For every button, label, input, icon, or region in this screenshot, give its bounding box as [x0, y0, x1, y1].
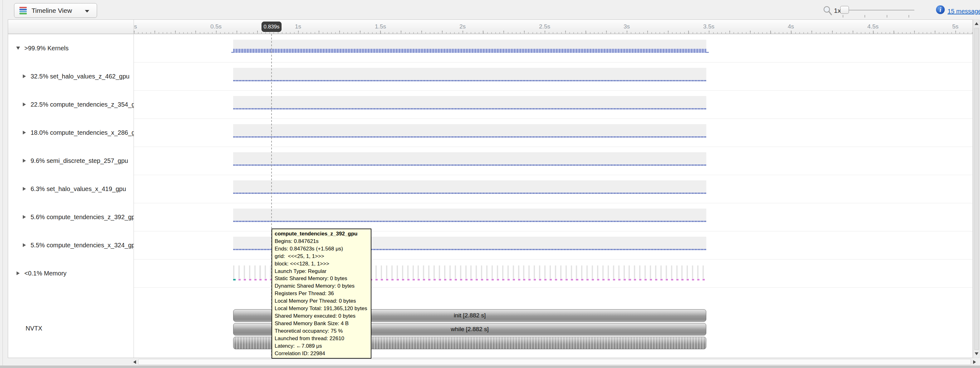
tree-row-memory[interactable]: <0.1% Memory [8, 259, 140, 287]
ruler-label: 3s [624, 23, 630, 30]
tree-row-compute-tendencies-x-324[interactable]: 5.5% compute_tendencies_x_324_gpu [8, 231, 147, 259]
vertical-scrollbar-thumb[interactable] [974, 28, 979, 350]
ruler-label: 0.5s [210, 23, 221, 30]
search-zoom-icon [823, 5, 833, 16]
horizontal-scrollbar-thumb[interactable] [138, 359, 971, 365]
tooltip-line: Static Shared Memory: 0 bytes [275, 275, 368, 282]
row-separator [134, 287, 972, 288]
tree-row-compute-tendencies-x-286[interactable]: 18.0% compute_tendencies_x_286_gpu [8, 118, 147, 147]
kernel-event-line[interactable] [233, 80, 706, 81]
scroll-left-icon[interactable] [133, 360, 136, 364]
tree-row-label: 5.6% compute_tendencies_z_392_gpu [30, 214, 138, 221]
kernel-row-band[interactable] [233, 124, 706, 137]
row-tree-pane: >99.9% Kernels 32.5% set_halo_values_z_4… [8, 34, 134, 358]
timeline-ruler: 0s 0.5s 1s 1.5s 2s 2.5s 3s 3.5s 4s 4.5s … [8, 20, 972, 34]
tree-row-label: 22.5% compute_tendencies_z_354_gpu [30, 101, 142, 108]
tooltip-line: block: <<<128, 1, 1>>> [275, 260, 368, 268]
vertical-scrollbar[interactable] [973, 19, 979, 358]
tree-row-compute-tendencies-z-354[interactable]: 22.5% compute_tendencies_z_354_gpu [8, 90, 147, 118]
chevron-down-icon[interactable] [15, 46, 21, 50]
kernel-row-band[interactable] [233, 181, 706, 194]
kernel-row-band[interactable] [233, 96, 706, 109]
tree-row-set-halo-values-z[interactable]: 32.5% set_halo_values_z_462_gpu [8, 62, 147, 90]
view-selector-dropdown[interactable]: Timeline View [14, 3, 97, 18]
ruler-label: 3.5s [703, 23, 714, 30]
chevron-down-icon [85, 10, 89, 13]
chevron-right-icon[interactable] [21, 187, 27, 191]
timeline-canvas[interactable]: init [2.882 s] while [2.882 s] [134, 34, 972, 358]
zoom-level-label: 1x [834, 7, 841, 14]
kernel-event-line[interactable] [233, 136, 706, 138]
window-bottom-edge [0, 365, 980, 368]
kernel-row-band[interactable] [233, 208, 706, 222]
row-separator [134, 118, 972, 119]
ruler-label: 5s [952, 23, 958, 30]
tooltip-line: Ends: 0.847623s (+1.568 μs) [275, 245, 368, 253]
kernels-event-stripes[interactable] [233, 49, 706, 53]
tooltip-line: Launch Type: Regular [275, 268, 368, 275]
tooltip-line: Shared Memory Bank Size: 4 B [275, 320, 368, 327]
kernel-event-line[interactable] [233, 221, 706, 222]
zoom-slider-tick [908, 15, 909, 18]
chevron-right-icon[interactable] [21, 243, 27, 247]
cursor-time-badge: 0.839s [261, 22, 282, 32]
ruler-label: 1.5s [375, 23, 386, 30]
chevron-right-icon[interactable] [21, 102, 27, 106]
tooltip-line: Begins: 0.847621s [275, 238, 368, 245]
tree-row-label: 32.5% set_halo_values_z_462_gpu [30, 73, 129, 80]
kernel-row-band[interactable] [233, 68, 706, 81]
scroll-up-icon[interactable] [975, 22, 978, 25]
tree-row-label: 6.3% set_halo_values_x_419_gpu [30, 186, 126, 193]
ruler-label: 4.5s [867, 23, 878, 30]
chevron-right-icon[interactable] [21, 74, 27, 78]
view-selector-label: Timeline View [32, 7, 72, 14]
kernel-event-line[interactable] [233, 165, 706, 166]
tree-row-semi-discrete-step[interactable]: 9.6% semi_discrete_step_257_gpu [8, 147, 147, 175]
row-separator [134, 62, 972, 62]
row-separator [134, 259, 972, 259]
tooltip-line: Shared Memory executed: 0 bytes [275, 312, 368, 320]
tree-row-compute-tendencies-z-392[interactable]: 5.6% compute_tendencies_z_392_gpu [8, 203, 147, 231]
tree-row-kernels[interactable]: >99.9% Kernels [8, 34, 140, 62]
tooltip-line: grid: <<<25, 1, 1>>> [275, 253, 368, 260]
kernel-event-line[interactable] [233, 193, 706, 194]
ruler-scale-area[interactable]: 0s 0.5s 1s 1.5s 2s 2.5s 3s 3.5s 4s 4.5s … [134, 20, 972, 34]
tooltip-line: Latency: ←7.089 μs [275, 342, 368, 350]
ruler-label: 0s [134, 23, 137, 30]
kernel-event-line[interactable] [233, 108, 706, 109]
tree-row-label: >99.9% Kernels [24, 45, 68, 52]
chevron-right-icon[interactable] [21, 215, 27, 219]
row-separator [134, 175, 972, 175]
scroll-down-icon[interactable] [975, 352, 978, 355]
memory-first-transfer-mark[interactable] [233, 279, 235, 280]
kernel-tooltip: compute_tendencies_z_392_gpu Begins: 0.8… [272, 229, 371, 358]
tree-row-label: 9.6% semi_discrete_step_257_gpu [30, 157, 128, 165]
tooltip-line: Theoretical occupancy: 75 % [275, 327, 368, 335]
zoom-slider-tick [887, 15, 887, 18]
tooltip-line: Dynamic Shared Memory: 0 bytes [275, 282, 368, 290]
kernel-row-band[interactable] [233, 152, 706, 165]
ruler-label: 2.5s [539, 23, 550, 30]
timeline-panel: 0s 0.5s 1s 1.5s 2s 2.5s 3s 3.5s 4s 4.5s … [8, 19, 973, 358]
chevron-right-icon[interactable] [21, 159, 27, 163]
tree-row-label: 5.5% compute_tendencies_x_324_gpu [30, 242, 138, 249]
tree-row-label: 18.0% compute_tendencies_x_286_gpu [30, 129, 142, 136]
scroll-right-icon[interactable] [973, 360, 976, 364]
horizontal-scrollbar[interactable] [131, 358, 978, 365]
row-separator [134, 90, 972, 91]
tree-row-set-halo-values-x[interactable]: 6.3% set_halo_values_x_419_gpu [8, 175, 147, 203]
ruler-label: 1s [295, 23, 301, 30]
tooltip-line: Correlation ID: 22984 [275, 350, 368, 357]
ruler-label: 2s [460, 23, 466, 30]
zoom-slider-tick [843, 15, 843, 18]
zoom-slider-track[interactable] [842, 10, 915, 11]
zoom-slider-thumb[interactable] [840, 6, 849, 14]
nsight-timeline-window: Timeline View 1x i 15 messages 0s 0.5s 1… [0, 0, 980, 368]
nvtx-section-label: NVTX [25, 325, 42, 332]
chevron-right-icon[interactable] [15, 271, 21, 275]
tooltip-line: Launched from thread: 22610 [275, 335, 368, 342]
messages-link[interactable]: 15 messages [948, 8, 980, 15]
row-separator [134, 147, 972, 147]
chevron-right-icon[interactable] [21, 131, 27, 134]
info-icon[interactable]: i [936, 5, 945, 14]
